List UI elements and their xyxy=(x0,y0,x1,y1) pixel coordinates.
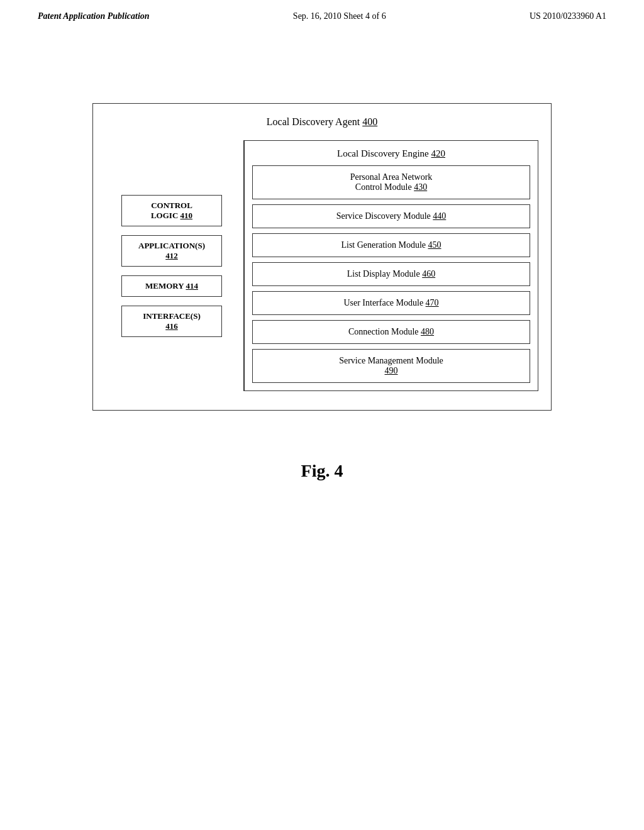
engine-number: 420 xyxy=(431,148,446,158)
service-management-number: 490 xyxy=(385,366,398,375)
applications-box: APPLICATION(S)412 xyxy=(121,235,222,267)
header-patent-number: US 2010/0233960 A1 xyxy=(530,11,606,21)
pan-number: 430 xyxy=(414,182,427,192)
control-logic-number: 410 xyxy=(180,211,193,220)
service-management-module-box: Service Management Module490 xyxy=(252,349,530,383)
connection-module-box: Connection Module 480 xyxy=(252,320,530,344)
outer-box-number: 400 xyxy=(362,116,377,127)
memory-box: MEMORY 414 xyxy=(121,275,222,297)
header-publication-type: Patent Application Publication xyxy=(38,11,150,21)
user-interface-module-box: User Interface Module 470 xyxy=(252,291,530,315)
service-discovery-number: 440 xyxy=(433,211,446,221)
inner-layout: CONTROLLOGIC 410 APPLICATION(S)412 MEMOR… xyxy=(106,140,538,391)
outer-box-local-discovery-agent: Local Discovery Agent 400 CONTROLLOGIC 4… xyxy=(92,103,552,411)
page-header: Patent Application Publication Sep. 16, … xyxy=(0,0,644,28)
outer-box-title: Local Discovery Agent 400 xyxy=(106,116,538,128)
engine-title: Local Discovery Engine 420 xyxy=(252,148,530,159)
header-date-sheet: Sep. 16, 2010 Sheet 4 of 6 xyxy=(293,11,386,21)
main-content: Local Discovery Agent 400 CONTROLLOGIC 4… xyxy=(0,28,644,481)
interfaces-box: INTERFACE(S)416 xyxy=(121,306,222,337)
service-discovery-module-box: Service Discovery Module 440 xyxy=(252,204,530,228)
applications-number: 412 xyxy=(165,251,178,260)
left-column: CONTROLLOGIC 410 APPLICATION(S)412 MEMOR… xyxy=(106,140,244,391)
control-logic-box: CONTROLLOGIC 410 xyxy=(121,195,222,226)
user-interface-number: 470 xyxy=(426,298,439,307)
engine-container: Local Discovery Engine 420 Personal Area… xyxy=(244,140,538,391)
list-generation-module-box: List Generation Module 450 xyxy=(252,233,530,257)
list-generation-number: 450 xyxy=(428,240,441,250)
pan-control-module-box: Personal Area NetworkControl Module 430 xyxy=(252,165,530,199)
figure-label: Fig. 4 xyxy=(301,461,343,481)
connection-number: 480 xyxy=(421,327,434,336)
list-display-module-box: List Display Module 460 xyxy=(252,262,530,286)
memory-number: 414 xyxy=(186,281,198,290)
interfaces-number: 416 xyxy=(165,321,178,331)
list-display-number: 460 xyxy=(422,269,435,279)
